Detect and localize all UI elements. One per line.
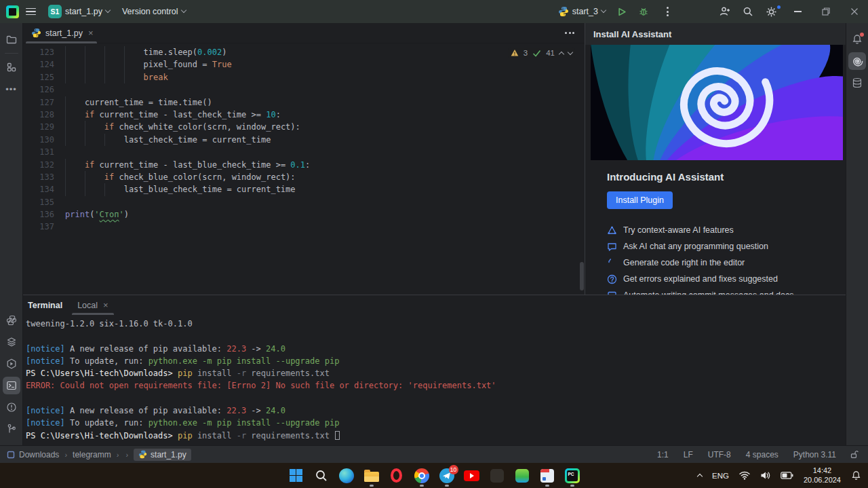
caret-position-widget[interactable]: 1:1 <box>657 450 669 459</box>
vcs-widget[interactable]: Version control <box>117 3 191 20</box>
minimize-button[interactable] <box>784 0 811 23</box>
ai-feature-label: Try context-aware AI features <box>623 225 734 235</box>
taskbar-edge-button[interactable] <box>334 463 359 488</box>
taskbar-opera-button[interactable] <box>384 463 409 488</box>
terminal-tab-close-icon[interactable]: × <box>103 301 108 309</box>
close-button[interactable] <box>841 0 868 23</box>
speaker-icon <box>760 471 770 480</box>
next-problem-icon[interactable] <box>568 50 573 55</box>
structure-tool-button[interactable] <box>3 58 20 76</box>
battery-icon <box>781 472 793 479</box>
editor-tab[interactable]: start_1.py × <box>23 23 100 43</box>
prev-problem-icon[interactable] <box>559 51 564 56</box>
taskbar-file-explorer-button[interactable] <box>359 463 384 488</box>
main-menu-button[interactable] <box>20 3 41 20</box>
taskbar-telegram-button[interactable]: 10 <box>434 463 459 488</box>
ai-feature-item: Automate writing commit messages and doc… <box>607 287 832 295</box>
taskbar-pycharm-button[interactable] <box>559 463 585 488</box>
warning-count: 3 <box>524 49 528 57</box>
notifications-button[interactable] <box>848 31 866 48</box>
tray-volume-button[interactable] <box>757 463 773 488</box>
chevron-down-icon <box>105 7 111 13</box>
code-line: 130 last_check_time = current_time <box>23 134 585 146</box>
run-tool-button[interactable] <box>3 355 20 373</box>
hamburger-icon <box>26 8 36 16</box>
add-user-button[interactable] <box>714 3 736 20</box>
editor-pane[interactable]: start_1.py × 3 41 123 tim <box>23 23 585 295</box>
vcs-tool-button[interactable] <box>3 420 20 438</box>
run-config-widget[interactable]: start_3 <box>553 3 611 20</box>
taskbar-start-button[interactable] <box>283 463 309 488</box>
telegram-badge: 10 <box>449 465 458 474</box>
tray-network-button[interactable] <box>736 463 753 488</box>
more-options-button[interactable] <box>655 3 680 20</box>
breadcrumb-separator-icon: › <box>115 451 121 459</box>
background-app-icon <box>490 469 504 483</box>
language-indicator[interactable]: ENG <box>709 463 732 488</box>
taskbar-chrome-button[interactable] <box>409 463 434 488</box>
tray-battery-button[interactable] <box>778 463 796 488</box>
code-line: 125 break <box>23 71 585 83</box>
ai-panel-content: Introducing AI Assistant Install Plugin … <box>585 160 846 295</box>
ai-assistant-button[interactable] <box>848 52 866 70</box>
taskbar-screenshot-button[interactable] <box>534 463 559 488</box>
tray-date: 20.06.2024 <box>804 476 841 485</box>
tray-notifications-button[interactable] <box>848 463 864 488</box>
indent-widget[interactable]: 4 spaces <box>746 450 778 459</box>
interpreter-widget[interactable]: Python 3.11 <box>793 450 836 459</box>
database-icon <box>852 77 863 88</box>
question-icon <box>607 274 617 284</box>
database-button[interactable] <box>848 74 866 92</box>
run-button[interactable] <box>612 3 632 20</box>
inspection-widget[interactable]: 3 41 <box>508 48 575 58</box>
taskbar-bluestacks-button[interactable] <box>509 463 534 488</box>
windows-logo-icon <box>290 469 302 482</box>
terminal-tab-local[interactable]: Local × <box>72 295 113 315</box>
breadcrumb[interactable]: Downloads›telegramm››start_1.py <box>19 449 191 461</box>
tab-options-button[interactable] <box>559 32 580 34</box>
taskbar-background-app-button[interactable] <box>484 463 509 488</box>
services-tool-button[interactable] <box>3 333 20 351</box>
taskbar-youtube-button[interactable] <box>459 463 484 488</box>
run-window-icon <box>6 358 17 369</box>
code-line: 127 current_time = time.time() <box>23 96 585 109</box>
terminal-tool-button[interactable] <box>3 377 20 394</box>
python-packages-tool-button[interactable] <box>3 312 20 329</box>
search-everywhere-button[interactable] <box>737 3 759 20</box>
settings-button[interactable] <box>760 3 783 20</box>
ai-feature-list: Try context-aware AI featuresAsk AI chat… <box>607 222 832 295</box>
ai-swirl-icon <box>852 56 863 67</box>
tray-show-hidden-button[interactable] <box>695 463 705 488</box>
breadcrumb-current-file[interactable]: start_1.py <box>134 449 191 461</box>
more-tools-button[interactable]: ••• <box>3 80 20 98</box>
breadcrumb-item[interactable]: Downloads <box>19 450 59 459</box>
terminal-output[interactable]: tweening-1.2.0 six-1.16.0 tk-0.1.0[notic… <box>23 315 846 445</box>
taskbar-search-button[interactable] <box>309 463 334 488</box>
debug-button[interactable] <box>633 3 654 20</box>
project-widget[interactable]: S1 start_1.py <box>43 3 115 20</box>
add-user-icon <box>719 6 730 17</box>
line-separator-widget[interactable]: LF <box>684 450 693 459</box>
project-tool-button[interactable] <box>3 31 20 48</box>
tray-bell-icon <box>851 470 861 481</box>
weak-warning-count: 41 <box>546 49 555 57</box>
editor-scrollbar[interactable] <box>580 262 584 290</box>
breadcrumb-item[interactable]: telegramm <box>73 450 111 459</box>
right-tool-strip <box>846 23 868 445</box>
status-bar: Downloads›telegramm››start_1.py 1:1LFUTF… <box>0 445 868 463</box>
breadcrumb-separator-icon: › <box>124 451 130 459</box>
tray-clock[interactable]: 14:42 20.06.2024 <box>801 463 844 488</box>
ai-feature-label: Generate code right in the editor <box>623 258 745 267</box>
chevron-down-icon <box>180 7 186 13</box>
project-name: start_1.py <box>65 7 102 16</box>
problems-tool-button[interactable] <box>3 398 20 416</box>
code-line: 124 pixel_found = True <box>23 58 585 71</box>
code-line: 126 <box>23 83 585 96</box>
install-plugin-button[interactable]: Install Plugin <box>607 191 673 209</box>
terminal-line: ERROR: Could not open requirements file:… <box>26 379 846 392</box>
code-area[interactable]: 3 41 123 time.sleep(0.002)124 pixel_foun… <box>23 43 585 295</box>
unlocked-icon[interactable] <box>850 450 859 459</box>
tab-close-icon[interactable]: × <box>88 29 94 37</box>
encoding-widget[interactable]: UTF-8 <box>708 450 731 459</box>
maximize-restore-button[interactable] <box>812 0 840 23</box>
